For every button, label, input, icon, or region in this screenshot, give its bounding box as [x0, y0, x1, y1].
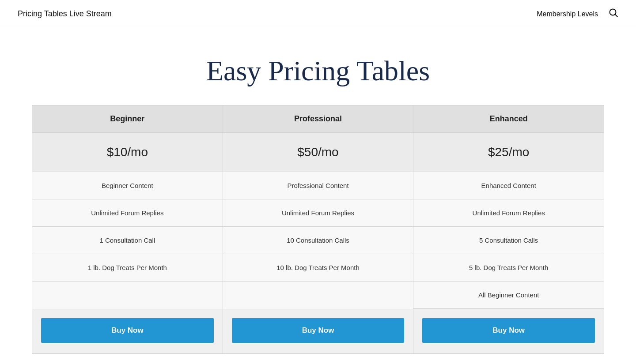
header-right: Membership Levels [537, 8, 618, 20]
plan-professional-feature-2: Unlimited Forum Replies [223, 199, 413, 227]
plan-enhanced-feature-1: Enhanced Content [413, 172, 604, 199]
plan-beginner-header: Beginner [32, 105, 223, 133]
page-title: Easy Pricing Tables [0, 55, 636, 87]
plan-enhanced-price-row: $25/mo [413, 133, 604, 172]
plan-professional-cta[interactable]: Buy Now [232, 318, 405, 343]
plan-beginner-price: $10/mo [107, 145, 148, 159]
plan-professional-price-row: $50/mo [223, 133, 413, 172]
plan-beginner-footer: Buy Now [32, 309, 223, 353]
plan-enhanced-footer: Buy Now [413, 309, 604, 353]
plan-enhanced-name: Enhanced [490, 114, 528, 123]
plan-professional-feature-1: Professional Content [223, 172, 413, 199]
plan-professional-price: $50/mo [297, 145, 338, 159]
plan-beginner-feature-2: Unlimited Forum Replies [32, 199, 223, 227]
plan-beginner-feature-1: Beginner Content [32, 172, 223, 199]
plan-beginner-cta[interactable]: Buy Now [41, 318, 214, 343]
plan-enhanced-feature-4: 5 lb. Dog Treats Per Month [413, 254, 604, 281]
plan-beginner-price-row: $10/mo [32, 133, 223, 172]
plan-professional: Professional $50/mo Professional Content… [223, 105, 413, 354]
plan-professional-feature-4: 10 lb. Dog Treats Per Month [223, 254, 413, 281]
plan-enhanced-feature-3: 5 Consultation Calls [413, 227, 604, 254]
plan-enhanced-header: Enhanced [413, 105, 604, 133]
plan-enhanced-feature-2: Unlimited Forum Replies [413, 199, 604, 227]
plan-enhanced-feature-5: All Beginner Content [413, 281, 604, 309]
search-icon[interactable] [609, 8, 618, 20]
page-heading: Easy Pricing Tables [0, 55, 636, 87]
plan-professional-spacer [223, 281, 413, 309]
plan-professional-footer: Buy Now [223, 309, 413, 353]
membership-levels-link[interactable]: Membership Levels [537, 10, 598, 18]
plan-professional-header: Professional [223, 105, 413, 133]
plan-beginner-spacer [32, 281, 223, 309]
plan-enhanced-cta[interactable]: Buy Now [422, 318, 595, 343]
plan-beginner-feature-4: 1 lb. Dog Treats Per Month [32, 254, 223, 281]
plan-beginner: Beginner $10/mo Beginner Content Unlimit… [32, 105, 223, 354]
svg-line-1 [615, 15, 618, 17]
plan-professional-feature-3: 10 Consultation Calls [223, 227, 413, 254]
plan-beginner-name: Beginner [110, 114, 144, 123]
site-title: Pricing Tables Live Stream [18, 9, 112, 19]
plan-professional-name: Professional [294, 114, 342, 123]
plan-beginner-feature-3: 1 Consultation Call [32, 227, 223, 254]
pricing-table: Beginner $10/mo Beginner Content Unlimit… [9, 105, 627, 354]
plan-enhanced: Enhanced $25/mo Enhanced Content Unlimit… [413, 105, 604, 354]
site-header: Pricing Tables Live Stream Membership Le… [0, 0, 636, 28]
plan-enhanced-price: $25/mo [488, 145, 529, 159]
